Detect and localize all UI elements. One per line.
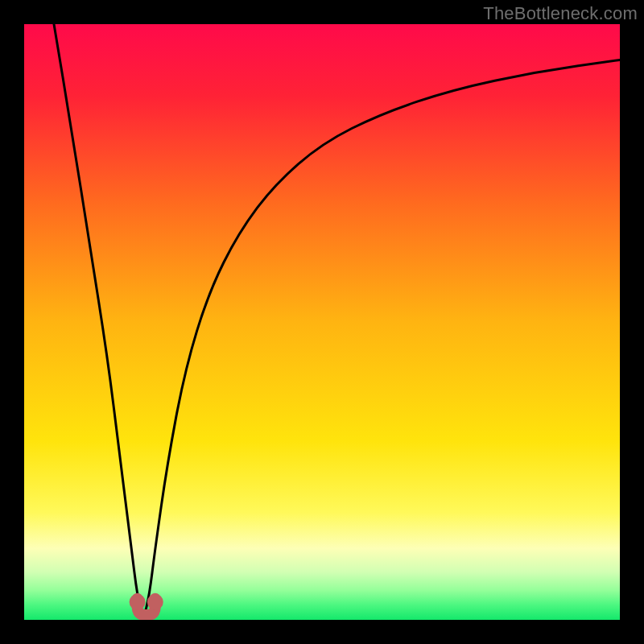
plot-area	[24, 24, 620, 620]
chart-frame: TheBottleneck.com	[0, 0, 644, 644]
svg-rect-0	[24, 24, 620, 620]
background-gradient	[24, 24, 620, 620]
watermark-text: TheBottleneck.com	[483, 3, 638, 24]
